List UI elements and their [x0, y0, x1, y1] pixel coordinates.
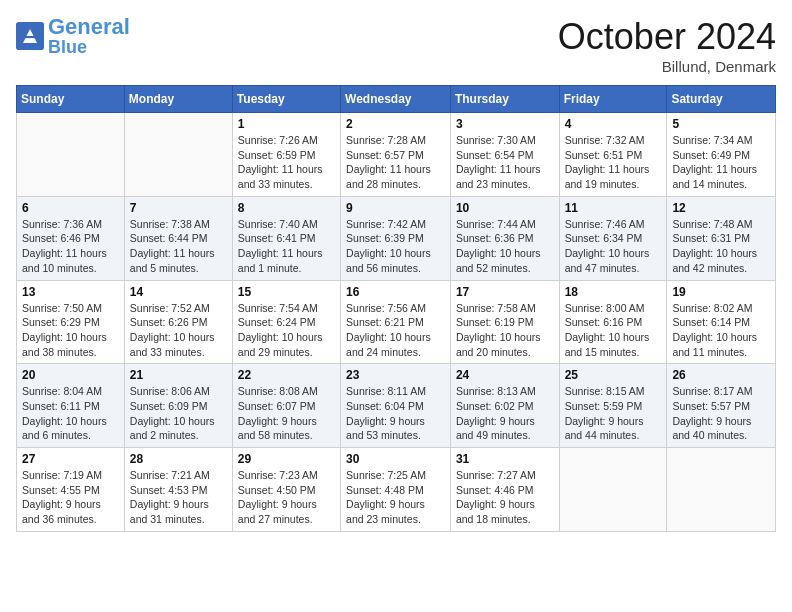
- day-number: 13: [22, 285, 119, 299]
- logo-text: General: [48, 16, 130, 38]
- calendar-cell: 30Sunrise: 7:25 AMSunset: 4:48 PMDayligh…: [341, 448, 451, 532]
- logo-icon: [16, 22, 44, 50]
- day-number: 24: [456, 368, 554, 382]
- day-number: 2: [346, 117, 445, 131]
- calendar-cell: 2Sunrise: 7:28 AMSunset: 6:57 PMDaylight…: [341, 113, 451, 197]
- calendar-table: SundayMondayTuesdayWednesdayThursdayFrid…: [16, 85, 776, 532]
- day-number: 6: [22, 201, 119, 215]
- calendar-cell: 15Sunrise: 7:54 AMSunset: 6:24 PMDayligh…: [232, 280, 340, 364]
- calendar-week-row: 1Sunrise: 7:26 AMSunset: 6:59 PMDaylight…: [17, 113, 776, 197]
- day-info: Sunrise: 7:19 AMSunset: 4:55 PMDaylight:…: [22, 468, 119, 527]
- day-number: 19: [672, 285, 770, 299]
- calendar-cell: [124, 113, 232, 197]
- calendar-week-row: 27Sunrise: 7:19 AMSunset: 4:55 PMDayligh…: [17, 448, 776, 532]
- calendar-cell: 18Sunrise: 8:00 AMSunset: 6:16 PMDayligh…: [559, 280, 667, 364]
- calendar-cell: 26Sunrise: 8:17 AMSunset: 5:57 PMDayligh…: [667, 364, 776, 448]
- calendar-cell: 16Sunrise: 7:56 AMSunset: 6:21 PMDayligh…: [341, 280, 451, 364]
- day-info: Sunrise: 7:38 AMSunset: 6:44 PMDaylight:…: [130, 217, 227, 276]
- day-info: Sunrise: 7:30 AMSunset: 6:54 PMDaylight:…: [456, 133, 554, 192]
- calendar-cell: 20Sunrise: 8:04 AMSunset: 6:11 PMDayligh…: [17, 364, 125, 448]
- day-number: 25: [565, 368, 662, 382]
- day-info: Sunrise: 7:32 AMSunset: 6:51 PMDaylight:…: [565, 133, 662, 192]
- calendar-cell: [667, 448, 776, 532]
- day-number: 14: [130, 285, 227, 299]
- title-block: October 2024 Billund, Denmark: [558, 16, 776, 75]
- calendar-week-row: 6Sunrise: 7:36 AMSunset: 6:46 PMDaylight…: [17, 196, 776, 280]
- day-number: 26: [672, 368, 770, 382]
- calendar-cell: 6Sunrise: 7:36 AMSunset: 6:46 PMDaylight…: [17, 196, 125, 280]
- day-info: Sunrise: 7:28 AMSunset: 6:57 PMDaylight:…: [346, 133, 445, 192]
- day-info: Sunrise: 7:50 AMSunset: 6:29 PMDaylight:…: [22, 301, 119, 360]
- day-number: 23: [346, 368, 445, 382]
- calendar-cell: 29Sunrise: 7:23 AMSunset: 4:50 PMDayligh…: [232, 448, 340, 532]
- calendar-week-row: 20Sunrise: 8:04 AMSunset: 6:11 PMDayligh…: [17, 364, 776, 448]
- day-info: Sunrise: 7:58 AMSunset: 6:19 PMDaylight:…: [456, 301, 554, 360]
- calendar-week-row: 13Sunrise: 7:50 AMSunset: 6:29 PMDayligh…: [17, 280, 776, 364]
- column-header-tuesday: Tuesday: [232, 86, 340, 113]
- calendar-cell: 31Sunrise: 7:27 AMSunset: 4:46 PMDayligh…: [450, 448, 559, 532]
- day-info: Sunrise: 8:15 AMSunset: 5:59 PMDaylight:…: [565, 384, 662, 443]
- day-info: Sunrise: 7:48 AMSunset: 6:31 PMDaylight:…: [672, 217, 770, 276]
- day-number: 28: [130, 452, 227, 466]
- day-number: 18: [565, 285, 662, 299]
- logo: General Blue: [16, 16, 130, 56]
- calendar-cell: 8Sunrise: 7:40 AMSunset: 6:41 PMDaylight…: [232, 196, 340, 280]
- calendar-cell: 7Sunrise: 7:38 AMSunset: 6:44 PMDaylight…: [124, 196, 232, 280]
- day-info: Sunrise: 8:08 AMSunset: 6:07 PMDaylight:…: [238, 384, 335, 443]
- day-info: Sunrise: 7:40 AMSunset: 6:41 PMDaylight:…: [238, 217, 335, 276]
- day-info: Sunrise: 7:54 AMSunset: 6:24 PMDaylight:…: [238, 301, 335, 360]
- day-info: Sunrise: 8:13 AMSunset: 6:02 PMDaylight:…: [456, 384, 554, 443]
- page-header: General Blue October 2024 Billund, Denma…: [16, 16, 776, 75]
- calendar-cell: 25Sunrise: 8:15 AMSunset: 5:59 PMDayligh…: [559, 364, 667, 448]
- month-title: October 2024: [558, 16, 776, 58]
- day-info: Sunrise: 7:34 AMSunset: 6:49 PMDaylight:…: [672, 133, 770, 192]
- day-number: 7: [130, 201, 227, 215]
- day-info: Sunrise: 7:56 AMSunset: 6:21 PMDaylight:…: [346, 301, 445, 360]
- day-info: Sunrise: 7:21 AMSunset: 4:53 PMDaylight:…: [130, 468, 227, 527]
- day-info: Sunrise: 7:42 AMSunset: 6:39 PMDaylight:…: [346, 217, 445, 276]
- day-number: 17: [456, 285, 554, 299]
- calendar-cell: [17, 113, 125, 197]
- day-number: 27: [22, 452, 119, 466]
- day-number: 8: [238, 201, 335, 215]
- calendar-header-row: SundayMondayTuesdayWednesdayThursdayFrid…: [17, 86, 776, 113]
- calendar-cell: 4Sunrise: 7:32 AMSunset: 6:51 PMDaylight…: [559, 113, 667, 197]
- calendar-cell: 5Sunrise: 7:34 AMSunset: 6:49 PMDaylight…: [667, 113, 776, 197]
- logo-blue: Blue: [48, 38, 130, 56]
- svg-rect-2: [24, 36, 35, 38]
- day-number: 10: [456, 201, 554, 215]
- day-number: 16: [346, 285, 445, 299]
- day-info: Sunrise: 7:23 AMSunset: 4:50 PMDaylight:…: [238, 468, 335, 527]
- day-number: 30: [346, 452, 445, 466]
- day-info: Sunrise: 7:52 AMSunset: 6:26 PMDaylight:…: [130, 301, 227, 360]
- day-number: 22: [238, 368, 335, 382]
- calendar-cell: 3Sunrise: 7:30 AMSunset: 6:54 PMDaylight…: [450, 113, 559, 197]
- day-info: Sunrise: 8:06 AMSunset: 6:09 PMDaylight:…: [130, 384, 227, 443]
- calendar-cell: 13Sunrise: 7:50 AMSunset: 6:29 PMDayligh…: [17, 280, 125, 364]
- calendar-cell: 11Sunrise: 7:46 AMSunset: 6:34 PMDayligh…: [559, 196, 667, 280]
- calendar-cell: 19Sunrise: 8:02 AMSunset: 6:14 PMDayligh…: [667, 280, 776, 364]
- calendar-cell: 12Sunrise: 7:48 AMSunset: 6:31 PMDayligh…: [667, 196, 776, 280]
- day-number: 20: [22, 368, 119, 382]
- day-number: 31: [456, 452, 554, 466]
- day-info: Sunrise: 8:04 AMSunset: 6:11 PMDaylight:…: [22, 384, 119, 443]
- location: Billund, Denmark: [558, 58, 776, 75]
- calendar-cell: 21Sunrise: 8:06 AMSunset: 6:09 PMDayligh…: [124, 364, 232, 448]
- calendar-cell: 10Sunrise: 7:44 AMSunset: 6:36 PMDayligh…: [450, 196, 559, 280]
- calendar-cell: 14Sunrise: 7:52 AMSunset: 6:26 PMDayligh…: [124, 280, 232, 364]
- day-info: Sunrise: 7:25 AMSunset: 4:48 PMDaylight:…: [346, 468, 445, 527]
- column-header-saturday: Saturday: [667, 86, 776, 113]
- day-number: 5: [672, 117, 770, 131]
- calendar-cell: 17Sunrise: 7:58 AMSunset: 6:19 PMDayligh…: [450, 280, 559, 364]
- calendar-cell: 28Sunrise: 7:21 AMSunset: 4:53 PMDayligh…: [124, 448, 232, 532]
- column-header-wednesday: Wednesday: [341, 86, 451, 113]
- day-info: Sunrise: 8:00 AMSunset: 6:16 PMDaylight:…: [565, 301, 662, 360]
- calendar-cell: 1Sunrise: 7:26 AMSunset: 6:59 PMDaylight…: [232, 113, 340, 197]
- column-header-friday: Friday: [559, 86, 667, 113]
- day-number: 3: [456, 117, 554, 131]
- day-info: Sunrise: 8:17 AMSunset: 5:57 PMDaylight:…: [672, 384, 770, 443]
- calendar-cell: 22Sunrise: 8:08 AMSunset: 6:07 PMDayligh…: [232, 364, 340, 448]
- day-info: Sunrise: 8:11 AMSunset: 6:04 PMDaylight:…: [346, 384, 445, 443]
- day-number: 21: [130, 368, 227, 382]
- column-header-thursday: Thursday: [450, 86, 559, 113]
